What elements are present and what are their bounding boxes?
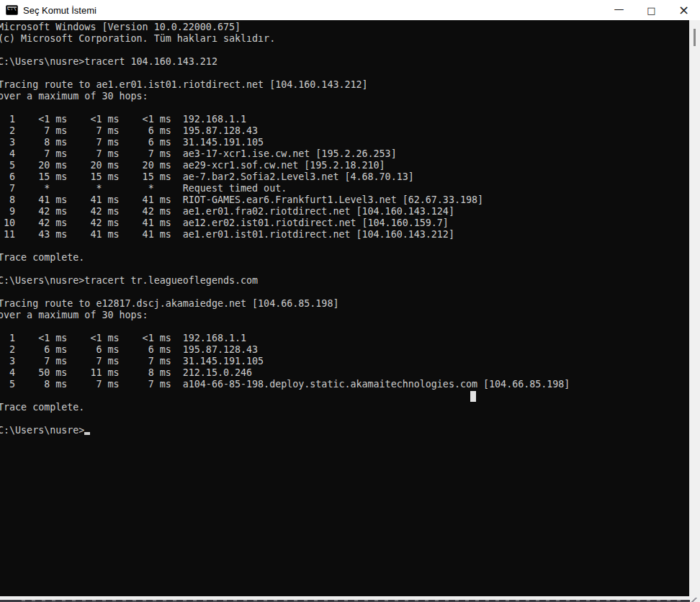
- vertical-scrollbar[interactable]: [689, 20, 700, 599]
- taskbar-edge-dashes: [22, 600, 684, 601]
- window-title: Seç Komut İstemi: [23, 5, 97, 16]
- close-icon: ×: [678, 4, 689, 17]
- close-button[interactable]: ×: [668, 0, 700, 20]
- command-prompt-icon: C:\: [6, 5, 18, 15]
- command-prompt-icon-glyph: C:\: [7, 6, 17, 12]
- selection-block-cursor: [470, 391, 476, 402]
- maximize-button[interactable]: □: [635, 0, 668, 20]
- resize-grip-icon[interactable]: [690, 598, 700, 602]
- minimize-icon: —: [614, 4, 624, 14]
- console-output: Microsoft Windows [Version 10.0.22000.67…: [0, 20, 570, 436]
- titlebar[interactable]: C:\ Seç Komut İstemi — □ ×: [0, 0, 700, 20]
- maximize-icon: □: [647, 6, 655, 15]
- scrollbar-thumb[interactable]: [694, 29, 696, 46]
- text-cursor: [84, 432, 90, 435]
- minimize-button[interactable]: —: [603, 0, 635, 20]
- console-viewport[interactable]: Microsoft Windows [Version 10.0.22000.67…: [0, 20, 689, 596]
- window-controls: — □ ×: [603, 0, 700, 20]
- command-prompt-window: C:\ Seç Komut İstemi — □ × Microsoft Win…: [0, 0, 700, 602]
